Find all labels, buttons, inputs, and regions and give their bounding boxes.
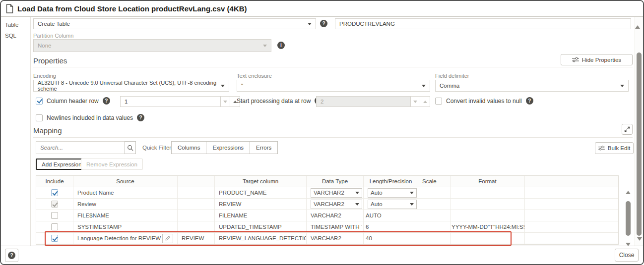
include-checkbox[interactable]: [51, 201, 58, 208]
encoding-label: Encoding: [33, 73, 56, 79]
format-cell: [451, 210, 525, 221]
chevron-up-icon: [423, 101, 427, 103]
search-input[interactable]: [36, 141, 125, 154]
table-row: SYSTIMESTAMPUPDATED_TIMESTAMPTIMESTAMP W…: [36, 221, 618, 233]
length-precision-cell: 40: [364, 233, 418, 244]
bulk-edit-label: Bulk Edit: [608, 145, 630, 151]
properties-heading: Properties: [33, 56, 67, 65]
scrollbar-thumb[interactable]: [637, 53, 642, 236]
option-select-value: Create Table: [38, 21, 70, 27]
include-checkbox[interactable]: [51, 235, 58, 242]
stepper-up-button[interactable]: [420, 96, 430, 107]
stepper-down-button[interactable]: [410, 96, 420, 107]
convert-invalid-checkbox[interactable]: [435, 98, 442, 105]
remove-expression-button[interactable]: Remove Expression: [81, 159, 143, 170]
help-icon[interactable]: ?: [320, 20, 327, 27]
newlines-checkbox[interactable]: [36, 114, 43, 121]
stepper-down-button[interactable]: [220, 96, 230, 107]
start-processing-input[interactable]: [316, 96, 410, 107]
scroll-up-icon[interactable]: [635, 17, 640, 29]
col-format[interactable]: Format: [451, 176, 525, 187]
option-select[interactable]: Create Table: [33, 18, 316, 29]
expand-icon[interactable]: [622, 124, 633, 135]
field-delimiter-select[interactable]: Comma: [435, 80, 629, 92]
field-delimiter-value: Comma: [440, 83, 459, 89]
mapping-table-body: Product NamePRODUCT_NAMEVARCHAR2AutoRevi…: [36, 187, 618, 244]
chevron-down-icon: [620, 85, 624, 87]
sliders-icon: [572, 57, 579, 62]
dialog-header: Load Data from Cloud Store Location prod…: [1, 1, 643, 17]
partition-column-select[interactable]: None: [33, 39, 271, 52]
quick-filter-label: Quick Filter:: [142, 145, 173, 151]
col-target[interactable]: Target column: [215, 176, 307, 187]
chevron-down-icon: [308, 23, 312, 25]
table-row: Product NamePRODUCT_NAMEVARCHAR2Auto: [36, 187, 618, 199]
bulk-edit-button[interactable]: Bulk Edit: [595, 142, 634, 154]
length-precision-cell: Auto: [364, 187, 418, 198]
convert-invalid-label: Convert invalid values to null: [446, 98, 522, 105]
cell-dropdown[interactable]: VARCHAR2: [311, 188, 362, 198]
document-icon: [6, 4, 13, 13]
help-icon[interactable]: ?: [526, 97, 533, 105]
include-checkbox[interactable]: [51, 189, 58, 196]
table-name-input[interactable]: [335, 18, 631, 29]
cell-dropdown[interactable]: Auto: [368, 188, 417, 198]
include-checkbox[interactable]: [51, 212, 58, 219]
close-button[interactable]: Close: [615, 249, 639, 262]
expression-cell: [178, 221, 215, 232]
col-blank[interactable]: [178, 176, 215, 187]
cell-dropdown[interactable]: VARCHAR2: [311, 200, 362, 209]
col-data-type[interactable]: Data Type: [307, 176, 364, 187]
scale-cell: [418, 210, 451, 221]
source-cell: FILE$NAME: [73, 210, 178, 221]
table-row: FILE$NAMEFILENAMEVARCHAR2AUTO: [36, 210, 618, 221]
chevron-down-icon: [422, 85, 426, 87]
scale-cell: [418, 187, 451, 198]
info-icon[interactable]: i: [277, 42, 285, 49]
length-precision-cell: Auto: [364, 199, 418, 210]
search-icon[interactable]: [125, 141, 136, 154]
scroll-down-icon[interactable]: [637, 237, 642, 241]
divider: [33, 137, 633, 138]
sidebar-item-table[interactable]: Table: [1, 17, 30, 28]
include-cell: [36, 187, 73, 198]
filter-errors-button[interactable]: Errors: [250, 141, 278, 154]
col-scale[interactable]: Scale: [418, 176, 451, 187]
column-header-row-input[interactable]: [120, 96, 220, 107]
text-enclosure-select[interactable]: ": [237, 80, 430, 92]
start-processing-stepper: [316, 96, 430, 107]
source-cell: Language Detection for REVIEW: [73, 233, 178, 244]
scrollbar-thumb[interactable]: [626, 201, 631, 236]
include-checkbox[interactable]: [51, 223, 58, 230]
chevron-down-icon: [221, 85, 225, 87]
sidebar-item-sql[interactable]: SQL: [1, 28, 30, 39]
target-column-cell: FILENAME: [215, 210, 307, 221]
col-length[interactable]: Length/Precision: [364, 176, 418, 187]
help-icon: ?: [8, 252, 15, 259]
quick-filter-group: Columns Expressions Errors: [172, 141, 278, 154]
help-icon[interactable]: ?: [137, 114, 144, 121]
help-icon[interactable]: ?: [103, 97, 110, 105]
start-processing-label: Start processing data at row: [237, 98, 311, 105]
expression-cell: [178, 210, 215, 221]
encoding-select[interactable]: AL32UTF8 - Unicode 9.0 Universal Charact…: [33, 80, 229, 92]
cell-dropdown[interactable]: Auto: [368, 200, 417, 209]
length-precision-cell: 6: [364, 221, 418, 232]
scale-cell: [418, 221, 451, 232]
col-source[interactable]: Source: [73, 176, 178, 187]
scroll-up-icon[interactable]: [626, 191, 631, 194]
table-row: ReviewREVIEWVARCHAR2Auto: [36, 199, 618, 210]
expression-cell: [178, 187, 215, 198]
filter-expressions-button[interactable]: Expressions: [206, 141, 250, 154]
col-include[interactable]: Include: [36, 176, 73, 187]
target-column-cell: REVIEW: [215, 199, 307, 210]
hide-properties-button[interactable]: Hide Properties: [561, 54, 633, 65]
help-button[interactable]: ?: [5, 249, 18, 262]
edit-expression-icon[interactable]: [162, 234, 173, 243]
table-row: Language Detection for REVIEWREVIEWREVIE…: [36, 233, 618, 244]
data-type-cell: VARCHAR2: [307, 199, 364, 210]
filter-columns-button[interactable]: Columns: [171, 141, 206, 154]
target-column-cell: UPDATED_TIMESTAMP: [215, 221, 307, 232]
column-header-row-checkbox[interactable]: [36, 98, 43, 105]
add-expression-button[interactable]: Add Expression: [36, 159, 88, 170]
